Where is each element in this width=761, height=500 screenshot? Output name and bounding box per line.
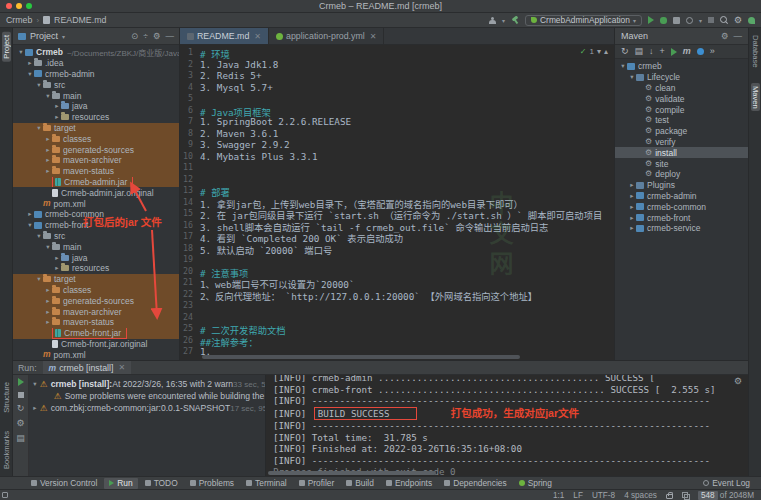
toolwindow-button-endpoints[interactable]: Endpoints — [381, 478, 437, 489]
tree-row[interactable]: ▸crmeb-service — [615, 223, 748, 234]
collapse-all-icon[interactable]: ÷ — [143, 31, 148, 41]
toolwindow-button-terminal[interactable]: Terminal — [241, 478, 292, 489]
tree-row[interactable]: Crmeb-front.jar — [13, 328, 179, 339]
chevron-icon[interactable]: ▸ — [53, 113, 61, 121]
chevron-icon[interactable]: ▾ — [35, 124, 43, 132]
breadcrumb-file[interactable]: README.md — [54, 15, 106, 25]
chevron-icon[interactable]: ▸ — [26, 210, 34, 218]
tree-row[interactable]: Crmeb-admin.jar — [13, 177, 179, 188]
tree-row[interactable]: ▾crmeb — [615, 61, 748, 72]
restart-icon[interactable]: ↻ — [17, 404, 25, 413]
chevron-icon[interactable]: ▸ — [53, 264, 61, 272]
tree-row[interactable]: ▾src — [13, 231, 179, 242]
run-message-row[interactable]: ▸⚠com.zbkj:crmeb-common:jar:0.0.1-SNAPSH… — [29, 402, 265, 414]
chevron-down-icon[interactable]: ▾ — [597, 47, 601, 56]
chevron-icon[interactable]: ▸ — [53, 102, 61, 110]
tree-row[interactable]: ⚙test — [615, 115, 748, 126]
stop-button[interactable] — [708, 17, 714, 23]
chevron-down-icon[interactable]: ▾ — [62, 33, 65, 40]
chevron-icon[interactable]: ▸ — [44, 167, 52, 175]
tree-row[interactable]: ⚙site — [615, 158, 748, 169]
memory-indicator[interactable]: 548 of 2048M — [698, 491, 754, 500]
run-button[interactable] — [648, 16, 654, 24]
tool-window-switcher-icon[interactable] — [2, 492, 8, 498]
tree-row[interactable]: ⚙deploy — [615, 169, 748, 180]
tree-row[interactable]: ▸classes — [13, 133, 179, 144]
chevron-icon[interactable]: ▾ — [31, 380, 39, 388]
rerun-button[interactable] — [18, 378, 24, 386]
tool-stripe-project[interactable]: Project — [2, 32, 11, 62]
chevron-icon[interactable]: ▸ — [44, 135, 52, 143]
toolwindow-button-build[interactable]: Build — [341, 478, 379, 489]
close-icon[interactable]: ✕ — [370, 32, 377, 41]
add-maven-project-icon[interactable]: + — [660, 47, 665, 56]
chevron-icon[interactable]: ▾ — [35, 232, 43, 240]
chevron-icon[interactable]: ▾ — [628, 73, 636, 81]
run-maven-build-icon[interactable] — [671, 48, 677, 56]
tree-row[interactable]: ▾Lifecycle — [615, 72, 748, 83]
tool-stripe-database[interactable]: Database — [751, 32, 760, 71]
editor-body[interactable]: 1# 环境21. Java Jdk1.832. Redis 5+43. Mysq… — [180, 45, 614, 360]
tree-row[interactable]: ▸crmeb-common — [615, 201, 748, 212]
tree-row[interactable]: ▸resources — [13, 112, 179, 123]
debug-button[interactable] — [660, 17, 667, 24]
locate-file-icon[interactable]: ⊙ — [131, 31, 138, 41]
layout-icon[interactable]: ▤ — [16, 434, 25, 443]
toolwindow-button-run[interactable]: Run — [104, 478, 137, 489]
chevron-icon[interactable]: ▸ — [628, 192, 636, 200]
more-actions-icon[interactable]: » — [710, 47, 715, 56]
tree-row[interactable]: ▸generated-sources — [13, 295, 179, 306]
caret-position[interactable]: 1:1 — [553, 491, 564, 500]
chevron-icon[interactable]: ▸ — [628, 203, 636, 211]
inspection-widget[interactable]: ✓ 1 ▾ ▴ — [580, 47, 608, 56]
profiler-button[interactable] — [686, 17, 693, 24]
tree-row[interactable]: ▾main — [13, 241, 179, 252]
chevron-icon[interactable]: ▸ — [628, 181, 636, 189]
file-encoding[interactable]: UTF-8 — [592, 491, 615, 500]
chevron-icon[interactable]: ▾ — [44, 92, 52, 100]
hide-panel-icon[interactable]: — — [734, 31, 743, 41]
editor-tab-readme-md[interactable]: README.md✕ — [180, 28, 269, 44]
chevron-icon[interactable]: ▸ — [44, 146, 52, 154]
chevron-icon[interactable]: ▸ — [44, 297, 52, 305]
event-log-button[interactable]: Event Log — [698, 478, 755, 489]
chevron-icon[interactable]: ▾ — [44, 243, 52, 251]
toolwindow-button-problems[interactable]: Problems — [185, 478, 239, 489]
toolwindow-button-dependencies[interactable]: Dependencies — [439, 478, 512, 489]
updates-notification-icon[interactable] — [748, 17, 755, 24]
tool-stripe-bookmarks[interactable]: Bookmarks — [2, 428, 11, 472]
chevron-icon[interactable]: ▸ — [53, 254, 61, 262]
tree-row[interactable]: ▸classes — [13, 285, 179, 296]
toolwindow-button-vcs[interactable]: Version Control — [26, 478, 102, 489]
tree-row[interactable]: ⚙package — [615, 126, 748, 137]
generate-sources-icon[interactable]: ▤ — [635, 47, 644, 56]
tree-row[interactable]: ▸maven-status — [13, 166, 179, 177]
highlighting-level-icon[interactable] — [682, 492, 689, 499]
tree-row[interactable]: ▸generated-sources — [13, 144, 179, 155]
tree-row[interactable]: ▾src — [13, 79, 179, 90]
chevron-icon[interactable]: ▾ — [26, 70, 34, 78]
tree-row[interactable]: ▾main — [13, 90, 179, 101]
user-icon[interactable] — [489, 17, 496, 24]
chevron-icon[interactable]: ▸ — [44, 286, 52, 294]
tree-row[interactable]: Crmeb-admin.jar.original — [13, 187, 179, 198]
tree-row[interactable]: ▸resources — [13, 263, 179, 274]
editor-horizontal-scrollbar[interactable] — [202, 355, 520, 359]
execute-goal-icon[interactable]: m — [683, 47, 691, 56]
tree-row[interactable]: ▸crmeb-front — [615, 212, 748, 223]
chevron-icon[interactable]: ▸ — [628, 224, 636, 232]
settings-gear-icon[interactable]: ⚙ — [153, 31, 161, 41]
tree-row[interactable]: mpom.xml — [13, 198, 179, 209]
tree-row[interactable]: ⚙validate — [615, 93, 748, 104]
tree-row[interactable]: ▸Plugins — [615, 180, 748, 191]
build-hammer-icon[interactable] — [511, 16, 519, 24]
tree-row[interactable]: ▸java — [13, 101, 179, 112]
tree-row[interactable]: ▸maven-status — [13, 317, 179, 328]
run-tab[interactable]: m crmeb [install] ✕ — [43, 361, 132, 374]
tree-row[interactable]: ⚙clean — [615, 83, 748, 94]
download-sources-icon[interactable]: ↓ — [649, 47, 654, 56]
breadcrumb-project[interactable]: Crmeb — [6, 15, 32, 25]
chevron-icon[interactable]: ▾ — [35, 81, 43, 89]
search-icon[interactable] — [720, 16, 728, 24]
tool-stripe-maven[interactable]: Maven — [751, 83, 760, 112]
